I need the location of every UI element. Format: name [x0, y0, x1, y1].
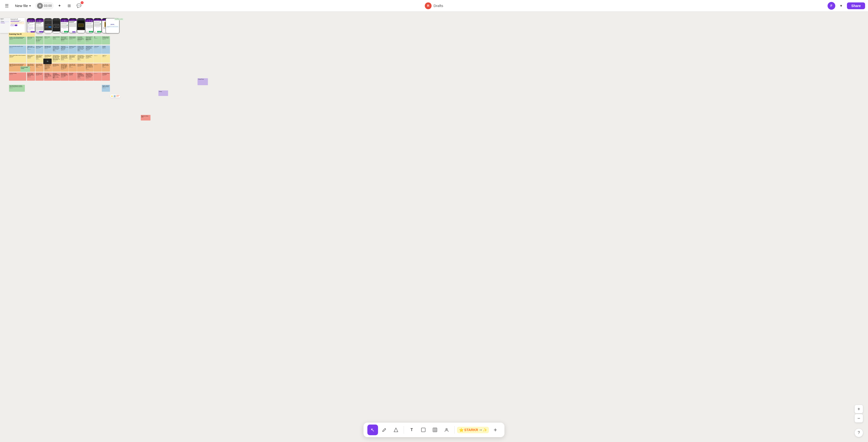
sticky-blue-9[interactable]: Verify ID photo: Rotate it, Change ID ty… [85, 46, 93, 54]
sticky-pink-2[interactable]: Don't have Drivers license or state IDHo… [27, 72, 35, 81]
next-button[interactable]: Next [15, 25, 17, 26]
sticky-blue-11[interactable]: Something questions.... Nathan Lin [102, 46, 110, 54]
sticky-orange-5[interactable]: Tips to guide users when they get stuck … [52, 63, 61, 72]
sticky-green-9[interactable]: Review the picture of their ID, read the… [85, 36, 93, 45]
sticky-yellow-3[interactable]: Clicking "Take Photo" initiates scanning… [35, 55, 43, 63]
sticky-pink-8[interactable]: Not capturingPoor lighting, Poor camera … [77, 72, 85, 81]
shape-tool-button[interactable] [391, 424, 401, 435]
sticky-pink-3[interactable]: Can't find their ID or don't have it rea… [35, 72, 43, 81]
sticky-orange-6[interactable]: Support TM to help users when they get s… [60, 63, 68, 72]
sticky-green-10[interactable]: Ask Nathan Lin [93, 36, 102, 45]
looks-good-btn-5[interactable]: Looks Good, Continue [64, 31, 68, 32]
retake-btn-5[interactable]: Retake Photo [61, 31, 64, 32]
sticky-yellow-1[interactable]: System is waiting for Milos to either be… [9, 55, 26, 63]
sticky-blue-10[interactable]: Loading spinner Nathan Lin [93, 46, 102, 54]
sticky-blue-1[interactable]: Users sees this while scanning ID on dev… [9, 46, 26, 54]
sticky-pink-1[interactable]: Something, Something Nathan Lin [9, 72, 26, 81]
back-btn-1[interactable]: Back [27, 31, 30, 32]
user-avatar-button[interactable]: F [828, 2, 835, 10]
canvas-area[interactable]: Check-in Troy A. Job Signing ID Verifica… [0, 11, 868, 442]
phone-frame-7[interactable]: 4:46 Back of Driver's License No barcode… [77, 18, 85, 33]
sticky-blue-4[interactable]: What happens when people click cancel? N… [44, 46, 52, 54]
share-button[interactable]: Share [847, 2, 865, 9]
sticky-pink-6[interactable]: Picture might look good user and not to … [60, 72, 68, 81]
state-id-option[interactable]: State IDUnited States only [28, 29, 35, 30]
retake-btn-9[interactable]: Retake Photo [94, 31, 97, 32]
phone-frame-6[interactable]: 4:40 ID Verification Take a photo of the… [69, 18, 77, 33]
sticky-yellow-6[interactable]: Generate and display error codes. Action… [60, 55, 68, 63]
sticky-blue-7[interactable]: Instructions on what is about to happen … [69, 46, 77, 54]
sticky-yellow-11[interactable]: Logged in as: Nathan Lin [102, 55, 110, 63]
sticky-pink-10[interactable]: Nathan Lin [93, 72, 102, 81]
pen-tool-button[interactable] [379, 424, 390, 435]
sticky-pink-11[interactable]: Frustrated that ID scan is not working N… [102, 72, 110, 81]
sticky-yellow-10[interactable]: Nathan Lin [93, 55, 102, 63]
previous-button[interactable]: Previous [10, 25, 14, 26]
sticky-green-11[interactable]: Read the screen and use desktop hotkeys … [102, 36, 110, 45]
phone-frame-3[interactable]: 4:47 Front of Driver's License "identity… [44, 18, 52, 33]
view-toggle-button[interactable]: ⊞ [65, 2, 73, 10]
sticky-orange-8[interactable]: Tips to guide users when they get stuck … [77, 63, 85, 72]
file-title-button[interactable]: New file ▾ [12, 3, 33, 9]
take-photo-btn-2[interactable]: Take Photo [39, 31, 43, 32]
sticky-blue-2[interactable]: Options to select drivers license or Sta… [27, 46, 35, 54]
star-sticker[interactable]: ⭐ [111, 95, 113, 97]
text-tool-button[interactable]: T [406, 424, 417, 435]
phone-frame-4[interactable]: 4:45 Front of Driver's License Move the … [52, 18, 61, 33]
retake-btn-8[interactable]: Retake Photo [86, 31, 89, 32]
help-button[interactable]: ? [855, 429, 863, 437]
sticky-orange-10[interactable]: Nathan Lin [93, 63, 102, 72]
sticky-green-2[interactable]: Select the type of ID they are using Nat… [27, 36, 35, 45]
sticky-blue-3[interactable]: Instructions on what is about to happen … [35, 46, 43, 54]
sticky-pink-9[interactable]: Picture might look good user and not to … [85, 72, 93, 81]
sticky-blue-5[interactable]: If it takes too long for auto captures, … [52, 46, 61, 54]
sticky-green-1[interactable]: No action - screen will automatically ch… [9, 36, 26, 45]
sticky-clicking[interactable]: Clicking [158, 90, 168, 96]
sticky-yellow-5[interactable]: Camera attempts to auto capture. If does… [52, 55, 61, 63]
phone-frame-5[interactable]: 4:45 ID Verification Select ID Type Scan… [60, 18, 68, 33]
sticky-orange-9[interactable]: Support TM to help users when they get s… [85, 63, 93, 72]
looks-good-btn-8[interactable]: Looks Good, Continue [89, 31, 93, 32]
sticky-retaking[interactable]: May have retaking photo [141, 115, 150, 120]
hamburger-menu-button[interactable]: ☰ [3, 2, 11, 10]
cancel-camera-btn[interactable]: Cancel [45, 26, 48, 27]
sticky-pink-7[interactable]: Type nothing, Something Nathan Lin [69, 72, 77, 81]
sticky-bottom-2[interactable]: Copy text... buttons for additional info… [102, 85, 110, 92]
sticky-green-5[interactable]: Position their ID within the frame Natha… [52, 36, 61, 45]
sticky-green-7[interactable]: Read the instructions and prepare their … [69, 36, 77, 45]
drivers-license-option[interactable]: Driver's LicenseUnited States only [28, 27, 35, 29]
back-btn-2[interactable]: Back [36, 31, 39, 32]
sticky-green-6[interactable]: Review the picture of their ID, read the… [60, 36, 68, 45]
cursor-tool-button[interactable]: ↖ [367, 424, 378, 435]
phone-frame-2[interactable]: 4:47 ID Verification Select ID Type Scan… [36, 18, 44, 33]
sticky-green-3[interactable]: Read the instructions and prepare their … [35, 36, 43, 45]
back-btn-6[interactable]: Back [70, 31, 72, 32]
sticky-orange-7[interactable]: Support TM to help users when they get s… [69, 63, 77, 72]
sticky-pink-4[interactable]: If users decline browser camera access..… [44, 72, 52, 81]
phone-frame-1[interactable]: 4:48 ID Verification Select ID Type Scan… [27, 18, 35, 33]
sticky-yellow-7[interactable]: Clicking "Take Photo" initiates scanning… [69, 55, 77, 63]
phone-frame-8[interactable]: 4:45 ID Verification Select ID Type Scan… [85, 18, 93, 33]
sticky-pink-5[interactable]: Not capturingPoor lighting, Poor lightin… [52, 72, 61, 81]
user-dropdown-button[interactable]: ▾ [837, 2, 845, 10]
stickers-preview[interactable]: ⭐ STARKR → ✨ [457, 427, 489, 433]
sticky-yellow-8[interactable]: Camera attempts to auto capture. If does… [77, 55, 85, 63]
user-card-tool-button[interactable] [441, 424, 452, 435]
sticky-change-id[interactable]: Change ID typo [197, 78, 208, 85]
magic-tool-button[interactable]: ✦ [56, 2, 63, 10]
add-element-button[interactable]: + [490, 424, 501, 435]
zoom-in-button[interactable]: + [855, 405, 863, 413]
take-photo-btn-1[interactable]: Take Photo [31, 31, 35, 32]
frame-tool-button[interactable] [418, 424, 429, 435]
sticky-orange-4[interactable]: Support TM to help users when they get s… [44, 63, 52, 72]
sticky-green-4[interactable]: Allow the camera Nathan Lin [44, 36, 52, 45]
sticky-yellow-9[interactable]: Generate and display error codes into me… [85, 55, 93, 63]
table-tool-button[interactable] [430, 424, 440, 435]
canvas-note-scanning[interactable]: Scanning Your ID [8, 32, 35, 37]
allow-camera-btn[interactable]: Allow [49, 26, 51, 27]
zoom-out-button[interactable]: − [855, 414, 863, 423]
desktop-nav-item1[interactable]: Job Signing [0, 21, 9, 22]
sticky-blue-6[interactable]: Verify ID photo: Change ID type, Looks g… [60, 46, 68, 54]
sticky-green-8[interactable]: Line up their ID barcode with the scanne… [77, 36, 85, 45]
sticky-bottom-1[interactable]: Copy could be offering users a seamless … [9, 85, 25, 92]
